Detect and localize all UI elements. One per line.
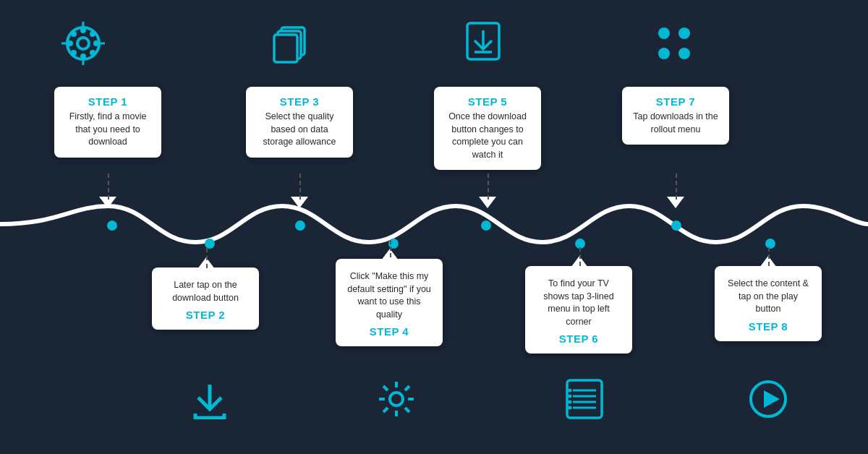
step-7-content: Tap downloads in the rollout menu xyxy=(632,111,719,136)
dashed-1 xyxy=(108,174,109,200)
step-5-box: STEP 5 Once the download button changes … xyxy=(434,87,541,170)
svg-point-22 xyxy=(658,48,670,59)
grid-icon xyxy=(651,23,697,70)
step-6-box: To find your TV shows tap 3-lined menu i… xyxy=(525,266,632,354)
step-7-box: STEP 7 Tap downloads in the rollout menu xyxy=(622,87,729,145)
download-icon xyxy=(188,382,231,426)
step-4-label: STEP 4 xyxy=(346,325,433,338)
svg-point-23 xyxy=(678,48,690,59)
main-container: STEP 1 Firstly, find a movie that you ne… xyxy=(0,0,868,454)
list-menu-icon xyxy=(563,379,606,426)
settings-gear-icon xyxy=(373,379,420,426)
svg-point-2 xyxy=(80,27,86,33)
svg-point-40 xyxy=(569,395,572,398)
step-3-box: STEP 3 Select the quality based on data … xyxy=(246,87,353,158)
step-2-content: Later tap on the download button xyxy=(162,279,249,304)
step-5-content: Once the download button changes to comp… xyxy=(444,111,531,161)
dashed-3 xyxy=(299,174,301,200)
download-box-icon xyxy=(461,20,505,69)
dashed-2 xyxy=(206,248,208,268)
step-4-box: Click "Make this my default setting" if … xyxy=(336,259,443,346)
svg-line-32 xyxy=(405,386,409,390)
wave-dot-2 xyxy=(205,239,215,249)
step-7-label: STEP 7 xyxy=(632,95,719,108)
step-8-content: Select the content & tap on the play but… xyxy=(725,278,812,316)
svg-point-8 xyxy=(90,31,95,37)
wave-dot-7 xyxy=(671,220,681,231)
svg-marker-44 xyxy=(764,390,780,408)
step-1-box: STEP 1 Firstly, find a movie that you ne… xyxy=(54,87,161,158)
svg-point-5 xyxy=(93,40,99,46)
svg-point-9 xyxy=(71,50,77,56)
svg-point-21 xyxy=(678,27,690,39)
svg-line-33 xyxy=(383,408,388,412)
dashed-8 xyxy=(768,247,770,266)
play-button-icon xyxy=(746,379,790,426)
svg-point-6 xyxy=(71,31,77,37)
svg-point-39 xyxy=(569,389,572,393)
step-3-label: STEP 3 xyxy=(256,95,343,108)
wave-dot-1 xyxy=(107,220,117,231)
wave-dot-8 xyxy=(765,239,775,249)
dashed-4 xyxy=(390,240,391,257)
step-6-content: To find your TV shows tap 3-lined menu i… xyxy=(535,278,622,328)
wave-dot-3 xyxy=(295,220,305,231)
svg-point-7 xyxy=(90,50,95,56)
svg-point-1 xyxy=(77,38,89,49)
step-5-label: STEP 5 xyxy=(444,95,531,108)
dashed-6 xyxy=(579,247,581,266)
step-2-label: STEP 2 xyxy=(162,309,249,321)
svg-rect-34 xyxy=(567,380,602,418)
svg-point-25 xyxy=(390,393,403,406)
wave-dot-5 xyxy=(481,220,491,231)
step-2-box: Later tap on the download button STEP 2 xyxy=(152,267,259,330)
step-1-content: Firstly, find a movie that you need to d… xyxy=(64,111,151,149)
dashed-7 xyxy=(676,174,677,200)
film-reel-icon xyxy=(58,22,109,72)
wave-path xyxy=(0,195,868,253)
step-3-content: Select the quality based on data storage… xyxy=(256,111,343,149)
svg-point-4 xyxy=(67,40,73,46)
svg-point-20 xyxy=(658,27,670,39)
dashed-5 xyxy=(488,174,489,200)
svg-point-3 xyxy=(80,53,86,59)
svg-line-30 xyxy=(383,386,388,390)
layers-icon xyxy=(268,22,318,72)
step-8-box: Select the content & tap on the play but… xyxy=(715,266,822,341)
svg-point-42 xyxy=(569,406,572,410)
svg-rect-16 xyxy=(274,35,297,62)
step-8-label: STEP 8 xyxy=(725,320,812,333)
svg-line-31 xyxy=(405,408,409,412)
step-6-label: STEP 6 xyxy=(535,333,622,345)
step-1-label: STEP 1 xyxy=(64,95,151,108)
svg-point-41 xyxy=(569,401,572,404)
step-4-content: Click "Make this my default setting" if … xyxy=(346,270,433,321)
